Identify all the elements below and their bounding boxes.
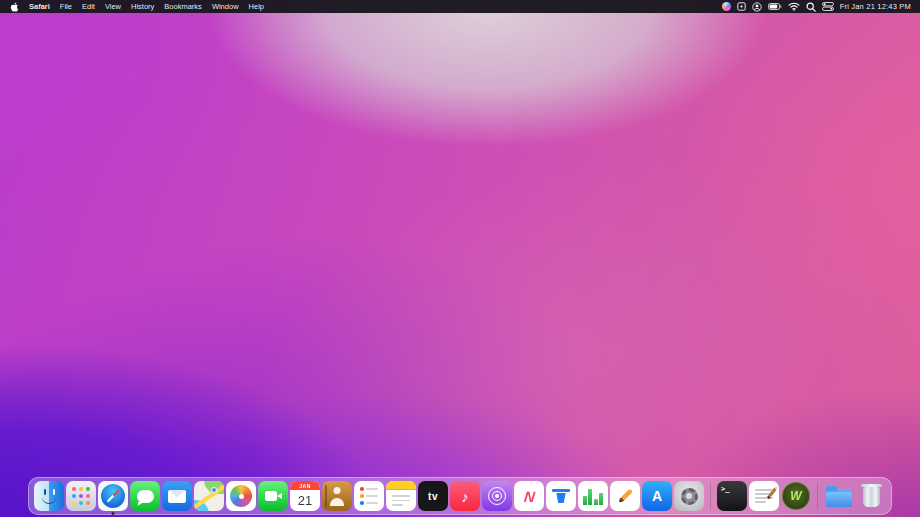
dock-divider (710, 483, 711, 509)
input-source-glyph (737, 2, 746, 11)
music-note-icon: ♪ (461, 489, 469, 504)
dock-item-messages[interactable] (130, 481, 160, 511)
dock-item-keynote[interactable] (546, 481, 576, 511)
notes-line (392, 500, 410, 502)
menu-item-help[interactable]: Help (244, 0, 269, 13)
notes-header-strip (386, 481, 416, 490)
wifi-icon[interactable] (788, 2, 800, 11)
reminders-row (360, 494, 378, 498)
menu-bar-menus: Safari File Edit View History Bookmarks … (9, 0, 269, 13)
gear-icon (681, 488, 698, 505)
desktop-wallpaper (0, 0, 920, 517)
menu-item-edit[interactable]: Edit (77, 0, 100, 13)
apple-menu[interactable] (9, 2, 24, 12)
dock-item-terminal[interactable]: >_ (717, 481, 747, 511)
dock-item-folder[interactable] (824, 481, 854, 511)
reminders-row (360, 501, 378, 505)
dock: JAN 21 tv ♪ (28, 477, 892, 515)
launchpad-grid-icon (72, 487, 76, 491)
menu-item-file[interactable]: File (55, 0, 77, 13)
battery-icon[interactable] (768, 3, 782, 10)
numbers-barchart-icon (583, 487, 604, 505)
user-icon[interactable] (752, 2, 762, 12)
dock-item-maps[interactable] (194, 481, 224, 511)
dock-item-appletv[interactable]: tv (418, 481, 448, 511)
photos-pinwheel-icon (230, 485, 252, 507)
menu-item-bookmarks[interactable]: Bookmarks (159, 0, 207, 13)
dock-item-safari[interactable] (98, 481, 128, 511)
dock-item-appstore[interactable]: A (642, 481, 672, 511)
user-glyph (752, 2, 762, 12)
dock-divider (817, 483, 818, 509)
reminder-bullet (360, 487, 364, 491)
reminder-line (366, 502, 378, 504)
battery-glyph (768, 3, 782, 10)
chart-bar (594, 499, 598, 505)
dock-item-w-app[interactable]: W (781, 481, 811, 511)
contacts-book-spine (325, 485, 327, 507)
menu-item-window[interactable]: Window (207, 0, 244, 13)
dock-item-podcasts[interactable] (482, 481, 512, 511)
dock-item-system-preferences[interactable] (674, 481, 704, 511)
dock-item-textedit[interactable] (749, 481, 779, 511)
reminder-line (366, 488, 378, 490)
messages-bubble-icon (137, 490, 154, 503)
dock-item-pages[interactable] (610, 481, 640, 511)
input-source-icon[interactable] (737, 2, 746, 11)
podcasts-rings-icon (488, 487, 506, 505)
reminder-bullet (360, 494, 364, 498)
safari-compass-icon (101, 484, 125, 508)
reminder-bullet (360, 501, 364, 505)
chart-bar (599, 493, 603, 505)
menu-item-view[interactable]: View (100, 0, 126, 13)
dock-item-contacts[interactable] (322, 481, 352, 511)
maps-location-dot (211, 487, 217, 493)
menu-item-history[interactable]: History (126, 0, 159, 13)
notes-text-lines (386, 490, 416, 511)
apple-logo-icon (10, 2, 19, 12)
dock-item-trash[interactable] (856, 481, 886, 511)
control-center-icon[interactable] (822, 2, 834, 11)
siri-orb (722, 2, 731, 11)
dock-item-notes[interactable] (386, 481, 416, 511)
dock-item-reminders[interactable] (354, 481, 384, 511)
safari-running-indicator (112, 512, 115, 515)
control-center-glyph (822, 2, 834, 11)
news-logo: N (523, 488, 536, 505)
w-app-letter: W (790, 489, 801, 503)
text-line (755, 489, 773, 491)
calendar-day-label: 21 (290, 489, 320, 511)
folder-icon (826, 489, 852, 507)
dock-item-calendar[interactable]: JAN 21 (290, 481, 320, 511)
reminder-line (366, 495, 378, 497)
terminal-prompt-glyph: >_ (721, 485, 729, 493)
trash-icon (863, 487, 880, 507)
keynote-podium-icon (552, 489, 570, 504)
appletv-logo: tv (428, 491, 438, 502)
dock-item-facetime[interactable] (258, 481, 288, 511)
desktop: Safari File Edit View History Bookmarks … (0, 0, 920, 517)
text-line (755, 501, 766, 503)
chart-bar (588, 489, 592, 505)
dock-item-numbers[interactable] (578, 481, 608, 511)
reminders-row (360, 487, 378, 491)
facetime-camera-icon (265, 491, 277, 501)
chart-bar (583, 496, 587, 505)
search-icon[interactable] (806, 2, 816, 12)
dock-item-music[interactable]: ♪ (450, 481, 480, 511)
dock-item-news[interactable]: N (514, 481, 544, 511)
dock-item-launchpad[interactable] (66, 481, 96, 511)
notes-line (392, 504, 403, 506)
menu-bar-clock[interactable]: Fri Jan 21 12:43 PM (840, 2, 911, 11)
dock-item-finder[interactable] (34, 481, 64, 511)
menu-bar-status: Fri Jan 21 12:43 PM (722, 2, 911, 12)
menu-item-safari[interactable]: Safari (24, 0, 55, 13)
search-glyph (806, 2, 816, 12)
mail-envelope-icon (168, 490, 186, 503)
wifi-glyph (788, 2, 800, 11)
finder-face-icon (34, 481, 64, 511)
w-app-circle-icon: W (782, 482, 810, 510)
siri-icon[interactable] (722, 2, 731, 11)
dock-item-photos[interactable] (226, 481, 256, 511)
dock-item-mail[interactable] (162, 481, 192, 511)
